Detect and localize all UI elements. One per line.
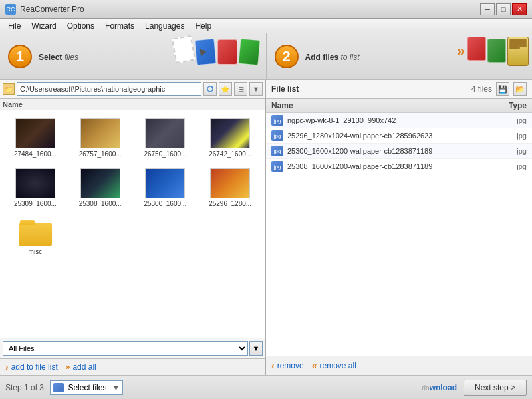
filter-select[interactable]: All Files	[3, 341, 248, 356]
menu-languages[interactable]: Languages	[140, 20, 190, 32]
step1-number: 1	[8, 45, 32, 68]
step1-rest: files	[62, 53, 78, 62]
step-header: 1 Select files 2 Add files to list	[0, 33, 532, 80]
view-toggle-button[interactable]: ⊞	[234, 82, 247, 96]
list-item[interactable]: 25309_1600...	[5, 166, 65, 210]
title-bar: RC ReaConverter Pro ─ □ ✕	[0, 0, 532, 19]
file-row-name: ngpc-wp-wk-8-1_29130_990x742	[287, 116, 487, 124]
title-bar-left: RC ReaConverter Pro	[5, 4, 84, 15]
step2-number: 2	[275, 45, 299, 68]
file-row-name: 25296_1280x1024-wallpaper-cb1285962623	[287, 132, 487, 140]
add-to-list-button[interactable]: › add to file list	[5, 362, 58, 372]
filter-dropdown-button[interactable]: ▼	[249, 341, 263, 356]
remove-all-button[interactable]: « remove all	[312, 360, 356, 371]
add-all-arrow-icon: »	[66, 362, 70, 372]
minimize-button[interactable]: ─	[480, 3, 495, 15]
main-content: 1 Select files 2 Add files to list	[0, 33, 532, 399]
address-input[interactable]	[17, 82, 201, 96]
bottom-bar: Step 1 of 3: Select files ▼ download Nex…	[0, 375, 532, 399]
watermark-accent: wnload	[430, 383, 457, 392]
thumbnail	[210, 118, 250, 148]
file-count: 4 files	[471, 84, 492, 94]
action-bar: › add to file list » add all	[0, 358, 265, 375]
list-item[interactable]: 26742_1600...	[200, 116, 260, 160]
step2-section: 2 Add files to list »	[267, 33, 533, 79]
app-icon: RC	[5, 4, 16, 15]
file-row-type: jpg	[487, 116, 527, 124]
step1-decor	[174, 37, 259, 65]
file-list-title: File list	[271, 84, 299, 94]
list-item[interactable]: 25308_1600...	[70, 166, 130, 210]
refresh-button[interactable]	[203, 82, 217, 96]
table-row[interactable]: jpg ngpc-wp-wk-8-1_29130_990x742 jpg	[266, 113, 532, 128]
list-item[interactable]: 26757_1600...	[70, 116, 130, 160]
list-item[interactable]: 25300_1600...	[136, 166, 196, 210]
file-list-header: File list 4 files 💾 📂	[266, 80, 532, 99]
remove-all-arrow-icon: «	[312, 360, 317, 371]
file-type-icon: jpg	[271, 115, 283, 126]
list-header-row: Name Type	[266, 99, 532, 113]
file-count-area: 4 files 💾 📂	[471, 82, 527, 96]
step1-bold: Select	[39, 53, 62, 62]
file-name: 25309_1600...	[12, 200, 59, 207]
file-name: 27484_1600...	[12, 150, 59, 158]
remove-arrow-icon: ‹	[271, 360, 275, 371]
maximize-button[interactable]: □	[496, 3, 511, 15]
svg-point-0	[207, 86, 213, 92]
list-item[interactable]: 27484_1600...	[5, 116, 65, 160]
add-all-button[interactable]: » add all	[66, 362, 96, 372]
filter-bar: All Files ▼	[0, 338, 265, 358]
step-label: Step 1 of 3:	[5, 383, 46, 392]
folder-name: misc	[12, 248, 59, 255]
remove-all-btn-label: remove all	[319, 361, 356, 370]
file-row-name: 25300_1600x1200-wallpaper-cb1283871189	[287, 147, 487, 155]
list-item[interactable]: 26750_1600...	[136, 116, 196, 160]
menu-help[interactable]: Help	[190, 20, 217, 32]
step-dropdown-icon	[53, 383, 64, 392]
next-step-button[interactable]: Next step >	[464, 380, 527, 396]
menu-options[interactable]: Options	[62, 20, 100, 32]
right-panel: File list 4 files 💾 📂 Name Type jpg ngpc…	[266, 80, 532, 375]
file-name: 26750_1600...	[142, 150, 188, 158]
save-list-button[interactable]: 💾	[496, 82, 509, 96]
bookmark-button[interactable]: ⭐	[219, 82, 232, 96]
folder-icon	[19, 218, 52, 246]
menu-file[interactable]: File	[3, 20, 26, 32]
step2-decor: »	[457, 37, 529, 66]
load-list-button[interactable]: 📂	[513, 82, 527, 96]
thumbnail	[15, 168, 55, 198]
menu-formats[interactable]: Formats	[100, 20, 140, 32]
step-dropdown[interactable]: Select files ▼	[50, 380, 123, 395]
folder-icon: 📁	[3, 83, 15, 95]
file-row-name: 25308_1600x1200-wallpaper-cb1283871189	[287, 162, 487, 170]
view-dropdown-button[interactable]: ▼	[249, 82, 263, 96]
file-name: 25300_1600...	[142, 200, 188, 207]
remove-btn-label: remove	[277, 361, 304, 370]
file-name: 26742_1600...	[207, 150, 253, 158]
close-button[interactable]: ✕	[512, 3, 527, 15]
col-type-header: Type	[487, 101, 527, 110]
step1-title: Select files	[39, 49, 78, 63]
file-row-type: jpg	[487, 162, 527, 170]
table-row[interactable]: jpg 25300_1600x1200-wallpaper-cb12838711…	[266, 144, 532, 159]
table-row[interactable]: jpg 25296_1280x1024-wallpaper-cb12859626…	[266, 128, 532, 144]
menu-wizard[interactable]: Wizard	[26, 20, 61, 32]
add-btn-label: add to file list	[11, 362, 58, 372]
file-list-area[interactable]: jpg ngpc-wp-wk-8-1_29130_990x742 jpg jpg…	[266, 113, 532, 356]
thumbnail	[80, 168, 120, 198]
step-indicator: Step 1 of 3: Select files ▼	[5, 380, 123, 395]
table-row[interactable]: jpg 25308_1600x1200-wallpaper-cb12838711…	[266, 159, 532, 174]
file-type-icon: jpg	[271, 146, 283, 156]
menu-bar: File Wizard Options Formats Languages He…	[0, 19, 532, 33]
file-name: 25296_1280...	[207, 200, 253, 207]
list-item[interactable]: 25296_1280...	[200, 166, 260, 210]
thumbnail	[80, 118, 120, 148]
app-title: ReaConverter Pro	[20, 5, 84, 14]
file-area[interactable]: 27484_1600... 26757_1600... 26750_1600..…	[0, 110, 265, 338]
panels: 📁 ⭐ ⊞ ▼ Name 27484_1600...	[0, 80, 532, 375]
remove-bar: ‹ remove « remove all	[266, 356, 532, 375]
address-bar: 📁 ⭐ ⊞ ▼	[0, 80, 265, 99]
remove-button[interactable]: ‹ remove	[271, 360, 304, 371]
list-item[interactable]: misc	[5, 215, 65, 258]
thumbnail	[15, 118, 55, 148]
